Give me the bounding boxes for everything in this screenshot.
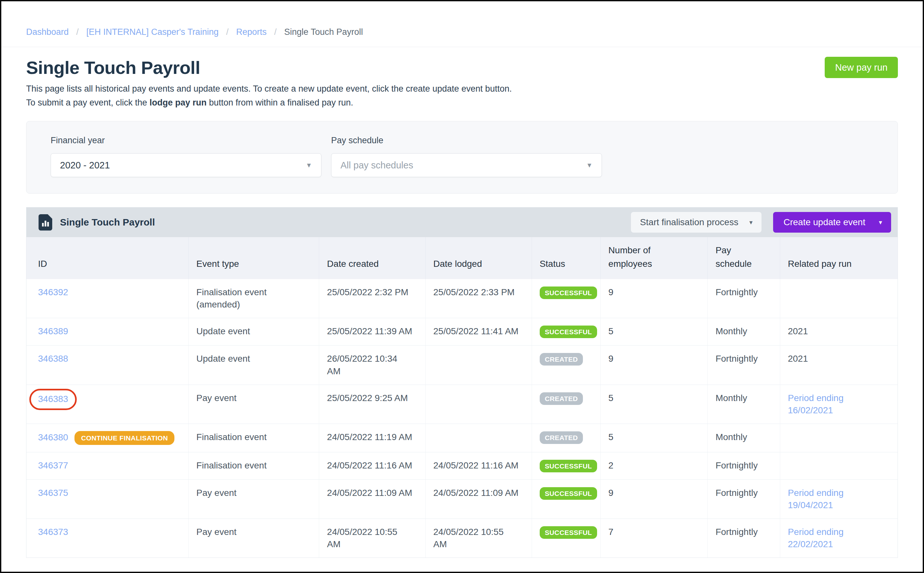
single-touch-payroll-page: Dashboard / [EH INTERNAL] Casper's Train… (0, 0, 924, 573)
date-lodged-cell: 25/05/2022 11:41 AM (426, 318, 532, 346)
page-description: This page lists all historical pay event… (26, 82, 898, 110)
employees-cell: 2 (601, 452, 708, 479)
row-id-link[interactable]: 346377 (38, 460, 68, 470)
breadcrumb-link-org[interactable]: [EH INTERNAL] Casper's Training (86, 27, 219, 37)
event-type-cell: Pay event (189, 479, 319, 518)
related-pay-run-cell (780, 452, 897, 479)
table-header-bar: Single Touch Payroll Start finalisation … (27, 207, 897, 237)
continue-finalisation-badge: CONTINUE FINALISATION (75, 431, 174, 445)
description-line-1: This page lists all historical pay event… (26, 82, 898, 96)
date-created-cell: 24/05/2022 10:55 AM (319, 518, 426, 557)
row-id-link[interactable]: 346388 (38, 354, 68, 363)
table-row: 346375 Pay event 24/05/2022 11:09 AM 24/… (27, 479, 897, 518)
breadcrumb-separator: / (275, 27, 277, 37)
date-created-cell: 25/05/2022 11:39 AM (319, 318, 426, 346)
breadcrumb-link-dashboard[interactable]: Dashboard (26, 27, 69, 37)
financial-year-select[interactable]: 2020 - 2021 ▼ (51, 153, 322, 177)
related-pay-run-cell (780, 279, 897, 318)
col-header-employees: Number of employees (601, 237, 708, 279)
event-type-cell: Finalisation event (amended) (189, 279, 319, 318)
date-lodged-cell: 24/05/2022 11:16 AM (426, 452, 532, 479)
status-cell: CREATED (532, 424, 600, 452)
status-badge: CREATED (540, 353, 583, 366)
create-update-event-button[interactable]: Create update event ▾ (773, 212, 891, 233)
related-pay-run-cell: 2021 (780, 346, 897, 385)
caret-down-icon: ▼ (306, 162, 312, 169)
col-header-pay-schedule: Pay schedule (708, 237, 780, 279)
employees-cell: 7 (601, 518, 708, 557)
related-pay-run-link[interactable]: Period ending 19/04/2021 (788, 488, 844, 510)
id-cell: 346380CONTINUE FINALISATION (27, 424, 189, 452)
description-line-2: To submit a pay event, click the lodge p… (26, 96, 898, 110)
row-id-link[interactable]: 346373 (38, 527, 68, 537)
row-id-link[interactable]: 346383 (29, 389, 77, 410)
col-header-related-pay-run: Related pay run (780, 237, 897, 279)
status-cell: CREATED (532, 346, 600, 385)
start-finalisation-button[interactable]: Start finalisation process ▾ (631, 212, 762, 233)
breadcrumb-link-reports[interactable]: Reports (236, 27, 267, 37)
pay-schedule-cell: Monthly (708, 424, 780, 452)
col-header-event-type: Event type (189, 237, 319, 279)
table-title: Single Touch Payroll (60, 217, 155, 228)
stp-events-table-section: Single Touch Payroll Start finalisation … (26, 207, 898, 558)
status-badge: SUCCESSFUL (540, 487, 597, 500)
status-cell: SUCCESSFUL (532, 518, 600, 557)
status-badge: SUCCESSFUL (540, 460, 597, 472)
related-pay-run-cell: 2021 (780, 318, 897, 346)
pay-schedule-cell: Fortnightly (708, 279, 780, 318)
date-created-cell: 26/05/2022 10:34 AM (319, 346, 426, 385)
pay-schedule-cell: Fortnightly (708, 479, 780, 518)
status-cell: SUCCESSFUL (532, 318, 600, 346)
bar-chart-file-icon (38, 214, 53, 231)
event-type-cell: Pay event (189, 385, 319, 424)
table-row: 346380CONTINUE FINALISATION Finalisation… (27, 424, 897, 452)
status-badge: SUCCESSFUL (540, 286, 597, 299)
breadcrumb-current: Single Touch Payroll (284, 27, 363, 37)
row-id-link[interactable]: 346392 (38, 287, 68, 297)
pay-schedule-cell: Monthly (708, 385, 780, 424)
stp-table-body: 346392 Finalisation event (amended) 25/0… (27, 279, 897, 557)
table-row: 346389 Update event 25/05/2022 11:39 AM … (27, 318, 897, 346)
date-created-cell: 24/05/2022 11:09 AM (319, 479, 426, 518)
event-type-cell: Finalisation event (189, 424, 319, 452)
id-cell: 346383 (27, 385, 189, 424)
financial-year-value: 2020 - 2021 (60, 160, 110, 171)
table-row: 346373 Pay event 24/05/2022 10:55 AM 24/… (27, 518, 897, 557)
date-lodged-cell (426, 424, 532, 452)
status-cell: SUCCESSFUL (532, 479, 600, 518)
related-pay-run-link[interactable]: Period ending 22/02/2021 (788, 527, 844, 549)
related-pay-run-link[interactable]: Period ending 16/02/2021 (788, 393, 844, 415)
date-created-cell: 25/05/2022 9:25 AM (319, 385, 426, 424)
col-header-date-lodged: Date lodged (426, 237, 532, 279)
related-pay-run-text: 2021 (788, 354, 808, 363)
pay-schedule-cell: Fortnightly (708, 452, 780, 479)
table-row: 346377 Finalisation event 24/05/2022 11:… (27, 452, 897, 479)
employees-cell: 9 (601, 346, 708, 385)
event-type-cell: Update event (189, 318, 319, 346)
employees-cell: 9 (601, 279, 708, 318)
col-header-status: Status (532, 237, 600, 279)
status-badge: CREATED (540, 431, 583, 444)
id-cell: 346392 (27, 279, 189, 318)
id-cell: 346388 (27, 346, 189, 385)
event-type-cell: Update event (189, 346, 319, 385)
breadcrumb-separator: / (226, 27, 229, 37)
id-cell: 346373 (27, 518, 189, 557)
date-created-cell: 24/05/2022 11:16 AM (319, 452, 426, 479)
pay-schedule-select[interactable]: All pay schedules ▼ (331, 153, 602, 177)
related-pay-run-cell: Period ending 19/04/2021 (780, 479, 897, 518)
row-id-link[interactable]: 346380 (38, 432, 68, 442)
pay-schedule-cell: Fortnightly (708, 518, 780, 557)
pay-schedule-label: Pay schedule (331, 136, 602, 146)
employees-cell: 5 (601, 424, 708, 452)
row-id-link[interactable]: 346375 (38, 488, 68, 498)
breadcrumb: Dashboard / [EH INTERNAL] Casper's Train… (1, 1, 923, 47)
col-header-date-created: Date created (319, 237, 426, 279)
table-row: 346383 Pay event 25/05/2022 9:25 AM CREA… (27, 385, 897, 424)
new-pay-run-button[interactable]: New pay run (825, 57, 898, 78)
id-cell: 346389 (27, 318, 189, 346)
status-cell: SUCCESSFUL (532, 452, 600, 479)
row-id-link[interactable]: 346389 (38, 326, 68, 336)
date-created-cell: 24/05/2022 11:19 AM (319, 424, 426, 452)
related-pay-run-cell: Period ending 22/02/2021 (780, 518, 897, 557)
